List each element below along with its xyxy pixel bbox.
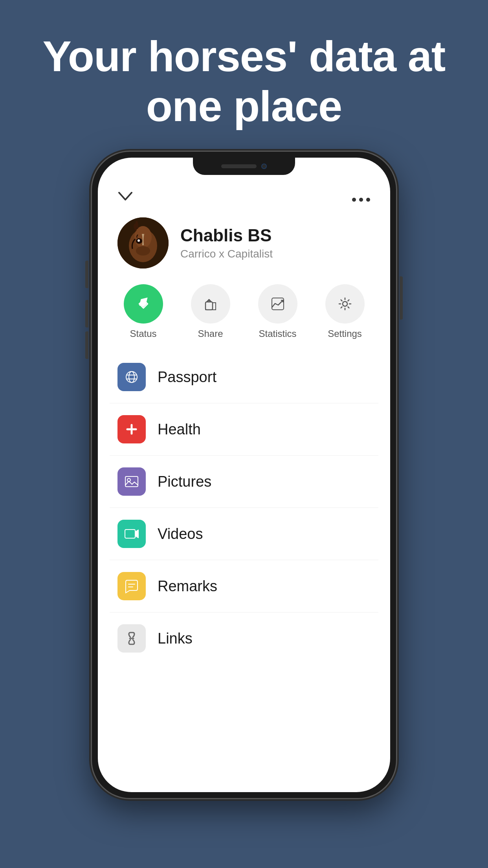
- svg-point-1: [359, 198, 363, 202]
- settings-button[interactable]: Settings: [325, 284, 365, 339]
- profile-section: Chablis BS Carrico x Capitalist: [98, 210, 390, 280]
- phone-frame: Chablis BS Carrico x Capitalist: [0, 147, 488, 799]
- status-button[interactable]: Status: [124, 284, 163, 339]
- remarks-icon: [123, 578, 140, 594]
- health-icon-box: [117, 415, 146, 443]
- videos-icon-box: [117, 520, 146, 548]
- svg-point-13: [129, 371, 134, 383]
- remarks-icon-box: [117, 572, 146, 600]
- share-button[interactable]: Share: [191, 284, 230, 339]
- videos-label: Videos: [158, 526, 203, 542]
- chevron-down-icon[interactable]: [117, 189, 133, 206]
- more-options-icon[interactable]: [352, 189, 371, 206]
- horse-name: Chablis BS: [180, 226, 273, 245]
- menu-item-passport[interactable]: Passport: [110, 351, 378, 403]
- svg-rect-16: [125, 476, 138, 487]
- avatar: [117, 217, 169, 268]
- pictures-icon-box: [117, 467, 146, 496]
- statistics-label: Statistics: [259, 328, 296, 339]
- phone-notch: [193, 158, 295, 175]
- pictures-icon: [123, 473, 140, 490]
- health-label: Health: [158, 421, 201, 438]
- speaker: [221, 164, 257, 168]
- pictures-label: Pictures: [158, 473, 211, 490]
- statistics-button[interactable]: Statistics: [258, 284, 297, 339]
- statistics-icon-circle: [258, 284, 297, 324]
- svg-point-11: [343, 302, 347, 306]
- status-label: Status: [130, 328, 156, 339]
- passport-icon: [123, 369, 140, 385]
- passport-label: Passport: [158, 369, 216, 386]
- menu-item-links[interactable]: Links: [110, 612, 378, 664]
- passport-icon-box: [117, 363, 146, 391]
- svg-point-6: [136, 246, 150, 256]
- svg-point-0: [352, 198, 356, 202]
- share-icon: [202, 295, 220, 313]
- app-header: [98, 181, 390, 210]
- phone-shell: Chablis BS Carrico x Capitalist: [91, 151, 397, 799]
- share-icon-circle: [191, 284, 230, 324]
- profile-info: Chablis BS Carrico x Capitalist: [180, 226, 273, 260]
- svg-rect-10: [272, 298, 284, 310]
- menu-item-health[interactable]: Health: [110, 403, 378, 456]
- hero-title: Your horses' data at one place: [24, 31, 464, 131]
- menu-item-pictures[interactable]: Pictures: [110, 456, 378, 508]
- remarks-label: Remarks: [158, 578, 217, 595]
- statistics-icon: [269, 295, 287, 313]
- videos-icon: [123, 526, 140, 542]
- share-label: Share: [198, 328, 223, 339]
- menu-list: Passport Health: [98, 351, 390, 664]
- phone-screen: Chablis BS Carrico x Capitalist: [98, 158, 390, 792]
- front-camera: [261, 164, 267, 169]
- svg-rect-18: [125, 530, 135, 538]
- horse-lineage: Carrico x Capitalist: [180, 248, 273, 260]
- settings-icon: [336, 295, 354, 313]
- app-screen: Chablis BS Carrico x Capitalist: [98, 158, 390, 792]
- svg-point-2: [366, 198, 370, 202]
- status-icon: [134, 295, 152, 313]
- links-label: Links: [158, 630, 193, 647]
- health-icon: [123, 421, 140, 438]
- menu-item-remarks[interactable]: Remarks: [110, 560, 378, 612]
- svg-point-12: [126, 371, 137, 383]
- hero-section: Your horses' data at one place: [0, 0, 488, 147]
- menu-item-videos[interactable]: Videos: [110, 508, 378, 560]
- links-icon: [123, 630, 140, 647]
- links-icon-box: [117, 624, 146, 653]
- svg-point-8: [138, 239, 140, 242]
- settings-icon-circle: [325, 284, 365, 324]
- action-buttons-row: Status Share: [98, 280, 390, 351]
- status-icon-circle: [124, 284, 163, 324]
- svg-rect-9: [205, 302, 213, 310]
- settings-label: Settings: [328, 328, 362, 339]
